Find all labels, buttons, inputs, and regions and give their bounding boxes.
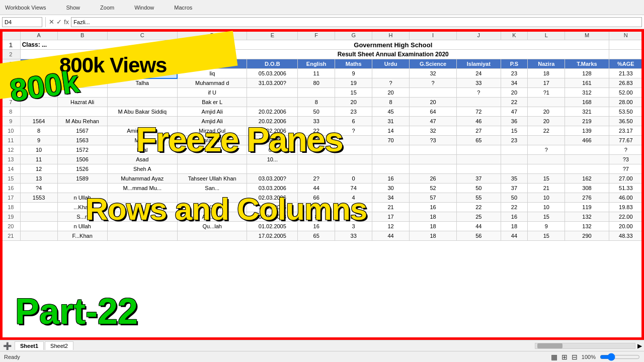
view-layout-icon[interactable]: ⊞ <box>561 353 568 361</box>
col-header-E[interactable]: E <box>247 31 298 40</box>
col-header-A[interactable]: A <box>20 31 57 40</box>
r4m[interactable]: 128 <box>565 69 609 78</box>
table-row: 10 8 1567 Amir Haman Mirzad Gul 27.02.20… <box>2 126 643 136</box>
ribbon-show[interactable]: Show <box>66 5 80 11</box>
row-num-3: 3 <box>2 59 21 69</box>
col-header-F[interactable]: F <box>298 31 335 40</box>
col-header-N[interactable]: N <box>609 31 642 40</box>
table-row: 12 10 1572 Hilal 0... ? ? <box>2 145 643 155</box>
col-roll-no: Roll No <box>20 59 57 69</box>
col-islamiyat: Islamiyat <box>457 59 501 69</box>
table-row: 18 ...Khan ...Khan 15.02.2006 24 4 21 16… <box>2 203 643 212</box>
row-num-4: 4 <box>2 69 21 78</box>
col-father-name: Father Name <box>177 59 247 69</box>
sheet-tab-1[interactable]: Sheet1 <box>15 341 44 350</box>
r4e[interactable]: 05.03.2006 <box>247 69 298 78</box>
r1-n <box>609 40 642 50</box>
r4n[interactable]: 21.33 <box>609 69 642 78</box>
status-right: ▦ ⊞ ⊟ 100% <box>551 353 640 361</box>
col-urdu: Urdu <box>372 59 410 69</box>
col-header-H[interactable]: H <box>372 31 410 40</box>
ribbon-workbook-views[interactable]: Workbook Views <box>5 5 46 11</box>
r4l[interactable]: 18 <box>528 69 565 78</box>
sheet-tab-2[interactable]: Sheet2 <box>45 341 73 350</box>
cell-reference-box[interactable]: D4 <box>2 17 42 27</box>
add-sheet-button[interactable]: ➕ <box>0 342 15 350</box>
row-1: 1 Class: ... Government High School <box>2 40 643 50</box>
col-header-C[interactable]: C <box>107 31 177 40</box>
col-c <box>107 59 177 69</box>
class-label: Class: ... <box>20 40 177 50</box>
table-row: 17 1553 n Ullah 02.03.2006 66 4 34 57 55… <box>2 193 643 203</box>
cancel-icon[interactable]: ✕ <box>49 18 54 26</box>
formula-icons: ✕ ✓ fx <box>49 18 69 26</box>
col-pct: %AGE <box>609 59 642 69</box>
r4g[interactable]: 9 <box>335 69 372 78</box>
col-nazira: Nazira <box>528 59 565 69</box>
r4h[interactable] <box>372 69 410 78</box>
r4i[interactable]: 32 <box>410 69 457 78</box>
formula-input[interactable] <box>71 17 642 27</box>
col-header-J[interactable]: J <box>457 31 501 40</box>
col-header-M[interactable]: M <box>565 31 609 40</box>
status-bar: Ready ▦ ⊞ ⊟ 100% <box>0 351 644 362</box>
fx-label: fx <box>64 18 69 26</box>
col-header-D[interactable]: D <box>177 31 247 40</box>
table-row: 6 if U 15 20 ? 20 ?1 312 52.00 <box>2 88 643 98</box>
row-num-1: 1 <box>2 40 21 50</box>
ribbon-macros[interactable]: Macros <box>174 5 192 11</box>
table-row: 14 12 1526 Sheh A ?7 <box>2 164 643 174</box>
col-tmarks: T.Marks <box>565 59 609 69</box>
col-english: English <box>298 59 335 69</box>
col-header-B[interactable]: B <box>57 31 107 40</box>
status-ready: Ready <box>4 354 20 360</box>
formula-bar-divider <box>45 17 46 27</box>
col-header-G[interactable]: G <box>335 31 372 40</box>
table-row: 9 1564 M Abu Rehan Amjid Ali 20.02.2006 … <box>2 117 643 126</box>
row-2: 2 Result Sheet Annual Examination 2020 <box>2 50 643 59</box>
r2-n <box>609 50 642 59</box>
col-b <box>57 59 107 69</box>
ribbon-zoom[interactable]: Zoom <box>100 5 114 11</box>
r4k[interactable]: 23 <box>501 69 528 78</box>
row-num-2: 2 <box>2 50 21 59</box>
table-row: 7 Hazrat Ali Bak er L 8 20 8 20 22 168 2… <box>2 98 643 107</box>
result-sheet: Result Sheet Annual Examination 2020 <box>177 50 609 59</box>
scroll-right-button[interactable]: ▶ <box>635 342 644 349</box>
zoom-level: 100% <box>582 354 596 360</box>
r4j[interactable]: 24 <box>457 69 501 78</box>
col-ps: P.S <box>501 59 528 69</box>
table-row: 8 M Abu Bakar Siddiq Amjid Ali 20.02.200… <box>2 107 643 117</box>
zoom-slider[interactable] <box>600 353 640 361</box>
col-header-L[interactable]: L <box>528 31 565 40</box>
col-maths: Maths <box>335 59 372 69</box>
col-header-K[interactable]: K <box>501 31 528 40</box>
table-row: 13 11 1506 Asad 10... ?3 <box>2 155 643 164</box>
corner-cell <box>2 31 21 40</box>
table-row: 11 9 1563 Muh... Ashraf Khan 05.09.2006 … <box>2 136 643 145</box>
scrollbar-thumb-h[interactable] <box>537 343 562 348</box>
school-name: Government High School <box>177 40 609 50</box>
r4d[interactable]: liq <box>177 69 247 78</box>
formula-bar: D4 ✕ ✓ fx <box>0 15 644 29</box>
spreadsheet-area: A B C D E F G H I J K L M N 1 Class: ...… <box>0 29 644 362</box>
row-3-headers: 3 Roll No Father Name D.O.B English Math… <box>2 59 643 69</box>
col-header-I[interactable]: I <box>410 31 457 40</box>
r4a[interactable]: 1 <box>20 69 57 78</box>
horizontal-scrollbar[interactable] <box>535 343 635 349</box>
ribbon-window[interactable]: Window <box>134 5 154 11</box>
r4b[interactable] <box>57 69 107 78</box>
table-row: 19 S...n Am...lah 02.09.2003 8 33 17 18 … <box>2 212 643 222</box>
table-row: 16 ?4 M...mmad Mu... San... 03.03.2006 4… <box>2 184 643 193</box>
spreadsheet-table: A B C D E F G H I J K L M N 1 Class: ...… <box>1 30 643 241</box>
table-row: 5 Talha Muhammad d 31.03.200? 80 19 ? ? … <box>2 78 643 88</box>
r4c[interactable] <box>107 69 177 78</box>
confirm-icon[interactable]: ✓ <box>56 18 62 26</box>
col-dob: D.O.B <box>247 59 298 69</box>
r2-a <box>20 50 177 59</box>
r4f[interactable]: 11 <box>298 69 335 78</box>
view-pagebreak-icon[interactable]: ⊟ <box>572 353 578 361</box>
view-normal-icon[interactable]: ▦ <box>551 353 557 361</box>
col-gscience: G.Science <box>410 59 457 69</box>
grid-area: A B C D E F G H I J K L M N 1 Class: ...… <box>0 29 644 340</box>
